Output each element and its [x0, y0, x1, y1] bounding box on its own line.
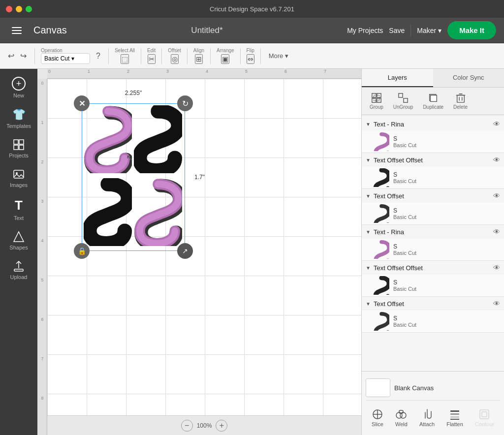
canvas-area[interactable]: 0 1 2 3 4 5 6 7 0 1 2 3 4 5 6 7 8	[37, 69, 361, 435]
save-button[interactable]: Save	[389, 27, 405, 34]
svg-rect-31	[450, 416, 459, 418]
svg-rect-17	[457, 95, 464, 103]
ruler-tick-1: 1	[87, 69, 90, 74]
svg-rect-3	[19, 145, 24, 150]
select-all-label: Select All	[115, 48, 135, 53]
layer-name-6: S	[393, 315, 500, 322]
layer-thumb-1	[374, 134, 389, 150]
layer-item-2[interactable]: S Basic Cut	[362, 167, 504, 188]
layer-item-1[interactable]: S Basic Cut	[362, 131, 504, 153]
arrange-button[interactable]: ▣	[221, 54, 229, 64]
sidebar-item-upload[interactable]: Upload	[2, 256, 35, 284]
flatten-button[interactable]: Flatten	[442, 406, 467, 429]
layer-item-5[interactable]: S Basic Cut	[362, 275, 504, 296]
my-projects-button[interactable]: My Projects	[347, 27, 383, 34]
arrange-section: Arrange ▣	[217, 48, 234, 64]
panel-tabs: Layers Color Sync	[362, 69, 504, 88]
visibility-icon-3[interactable]: 👁	[493, 192, 500, 200]
maximize-button[interactable]	[26, 6, 32, 12]
toolbar-separator-5	[187, 48, 188, 64]
layer-group-header-3[interactable]: ▼ Text Offset 👁	[362, 189, 504, 203]
group-button[interactable]: Group	[366, 91, 387, 112]
offset-button[interactable]: ◎	[171, 54, 179, 64]
layer-group-header-1[interactable]: ▼ Text - Rina 👁	[362, 117, 504, 131]
shapes-icon	[13, 231, 25, 243]
layer-group-5: ▼ Text Offset Offset 👁 S Basic Cut	[362, 261, 504, 297]
duplicate-button[interactable]: Duplicate	[419, 91, 447, 112]
svg-rect-1	[19, 140, 24, 144]
sidebar-item-projects[interactable]: Projects	[2, 135, 35, 162]
visibility-icon-5[interactable]: 👁	[493, 264, 500, 272]
operation-help-button[interactable]: ?	[94, 50, 102, 62]
redo-button[interactable]: ↪	[18, 49, 29, 62]
chevron-icon-4: ▼	[366, 229, 371, 235]
weld-button[interactable]: Weld	[391, 406, 411, 429]
layer-group-header-6[interactable]: ▼ Text Offset 👁	[362, 297, 504, 311]
toolbar-separator-1	[34, 48, 35, 64]
visibility-icon-2[interactable]: 👁	[493, 156, 500, 164]
tab-color-sync[interactable]: Color Sync	[433, 69, 504, 87]
edit-label: Edit	[147, 48, 156, 53]
visibility-icon-1[interactable]: 👁	[493, 120, 500, 128]
edit-section: Edit ✂	[147, 48, 156, 64]
layer-thumb-2	[374, 170, 389, 186]
attach-button[interactable]: Attach	[415, 406, 439, 429]
layer-name-5: S	[393, 279, 500, 286]
canvas-content[interactable]: ✕ ↻ 🔒 ↗ 2.255" 1.7"	[47, 79, 361, 415]
arrange-label: Arrange	[217, 48, 234, 53]
undo-button[interactable]: ↩	[6, 49, 16, 62]
contour-icon	[478, 408, 490, 420]
design-group[interactable]: ✕ ↻ 🔒 ↗ 2.255" 1.7"	[82, 103, 185, 251]
blank-canvas-label: Blank Canvas	[394, 384, 434, 392]
sidebar-label-new: New	[13, 93, 24, 98]
hamburger-menu-button[interactable]	[8, 23, 26, 38]
more-button[interactable]: More ▾	[267, 50, 290, 62]
layer-group-header-4[interactable]: ▼ Text - Rina 👁	[362, 225, 504, 239]
flip-section: Flip ⇔	[247, 48, 254, 64]
undo-redo-group: ↩ ↪	[6, 49, 29, 62]
make-it-button[interactable]: Make It	[447, 21, 496, 39]
visibility-icon-6[interactable]: 👁	[493, 300, 500, 308]
layer-op-5: Basic Cut	[393, 286, 500, 292]
layer-group-header-2[interactable]: ▼ Text Offset Offset 👁	[362, 153, 504, 167]
sidebar-item-new[interactable]: + New	[2, 73, 35, 102]
close-button[interactable]	[6, 6, 12, 12]
title-bar: Cricut Design Space v6.7.201	[0, 0, 504, 18]
zoom-out-button[interactable]: −	[181, 420, 193, 432]
select-all-section: Select All ⬚	[115, 48, 135, 64]
svg-rect-33	[480, 410, 489, 419]
contour-button[interactable]: Contour	[471, 406, 498, 429]
maker-dropdown-button[interactable]: Maker ▾	[417, 27, 441, 34]
attach-label: Attach	[419, 421, 435, 427]
select-all-button[interactable]: ⬚	[121, 54, 129, 64]
align-button[interactable]: ⊞	[195, 54, 203, 64]
edit-button[interactable]: ✂	[148, 54, 156, 64]
visibility-icon-4[interactable]: 👁	[493, 228, 500, 236]
sidebar-item-images[interactable]: Images	[2, 164, 35, 192]
weld-icon	[395, 408, 407, 420]
sidebar-item-shapes[interactable]: Shapes	[2, 227, 35, 254]
toolbar-separator-2	[108, 48, 109, 64]
ungroup-button[interactable]: UnGroup	[389, 91, 417, 112]
tab-layers[interactable]: Layers	[362, 69, 433, 87]
slice-button[interactable]: Slice	[368, 406, 387, 429]
layer-item-4[interactable]: S Basic Cut	[362, 239, 504, 260]
flip-button[interactable]: ⇔	[247, 54, 254, 64]
align-label: Align	[193, 48, 204, 53]
operation-select[interactable]: Basic Cut ▾	[41, 53, 90, 64]
svg-marker-6	[14, 232, 24, 242]
zoom-in-button[interactable]: +	[216, 420, 227, 432]
layer-item-6[interactable]: S Basic Cut	[362, 311, 504, 332]
layer-thumb-6	[374, 313, 389, 329]
minimize-button[interactable]	[16, 6, 22, 12]
ruler-tick-5: 5	[244, 69, 248, 74]
layer-group-header-5[interactable]: ▼ Text Offset Offset 👁	[362, 261, 504, 275]
sidebar-item-templates[interactable]: 👕 Templates	[2, 104, 35, 133]
chevron-icon-5: ▼	[366, 265, 371, 271]
delete-button[interactable]: Delete	[449, 91, 472, 112]
svg-rect-13	[399, 93, 403, 97]
sidebar-label-text: Text	[14, 215, 24, 221]
sidebar-item-text[interactable]: T Text	[2, 194, 35, 225]
layer-item-3[interactable]: S Basic Cut	[362, 203, 504, 224]
images-icon	[13, 168, 25, 180]
